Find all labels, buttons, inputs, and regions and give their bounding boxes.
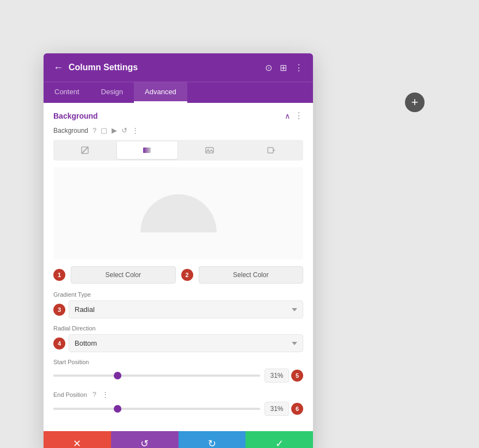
- start-position-row: Start Position 5: [53, 359, 303, 383]
- cursor-icon[interactable]: ▶: [112, 126, 117, 134]
- bg-type-gradient-tab[interactable]: [117, 142, 177, 159]
- svg-marker-6: [273, 149, 275, 151]
- bg-type-tabs: [53, 140, 303, 161]
- color-picker-2-button[interactable]: Select Color: [199, 266, 304, 284]
- help-icon[interactable]: ?: [93, 126, 96, 134]
- header-right: ⊙ ⊞ ⋮: [265, 63, 303, 73]
- header-left: ← Column Settings: [53, 62, 138, 73]
- bg-type-none-tab[interactable]: [55, 142, 115, 159]
- end-position-input[interactable]: [265, 402, 289, 416]
- badge-3: 3: [53, 304, 65, 316]
- badge-6: 6: [291, 403, 303, 415]
- add-section-button[interactable]: +: [405, 93, 425, 112]
- svg-rect-2: [143, 148, 151, 153]
- end-position-slider-container: 6: [53, 402, 303, 416]
- badge-2: 2: [181, 269, 193, 281]
- start-position-fill: [53, 375, 118, 377]
- bg-type-video-tab[interactable]: [242, 142, 302, 159]
- gradient-semicircle: [140, 194, 217, 232]
- end-position-help-icon[interactable]: ?: [93, 390, 96, 398]
- section-title: Background: [53, 112, 98, 120]
- page-wrapper: + ← Column Settings ⊙ ⊞ ⋮ Content Design…: [0, 27, 479, 448]
- end-position-value-wrap: 6: [265, 402, 303, 416]
- redo-button[interactable]: ↻: [179, 431, 246, 448]
- end-position-row: End Position ? ⋮ 6: [53, 390, 303, 416]
- start-position-label-row: Start Position: [53, 359, 303, 365]
- modal-title: Column Settings: [69, 63, 138, 72]
- end-position-label-row: End Position ? ⋮: [53, 390, 303, 398]
- start-position-label: Start Position: [53, 359, 89, 365]
- start-position-input[interactable]: [265, 369, 289, 383]
- end-position-more-icon[interactable]: ⋮: [102, 390, 109, 398]
- end-position-thumb[interactable]: [114, 405, 121, 413]
- start-position-thumb[interactable]: [114, 372, 121, 379]
- gradient-type-row: Gradient Type 3 Linear Radial Conic: [53, 291, 303, 318]
- back-icon[interactable]: ←: [53, 62, 63, 73]
- background-controls-row: Background ? ▢ ▶ ↺ ⋮: [53, 126, 303, 134]
- bg-type-image-tab[interactable]: [180, 142, 240, 159]
- start-position-slider-container: 5: [53, 369, 303, 383]
- bg-more-icon[interactable]: ⋮: [132, 126, 139, 134]
- start-position-track[interactable]: [53, 375, 260, 377]
- end-position-fill: [53, 408, 118, 410]
- start-position-value-wrap: 5: [265, 369, 303, 383]
- copy-icon[interactable]: ▢: [101, 126, 107, 134]
- modal-body: Background ∧ ⋮ Background ? ▢ ▶ ↺ ⋮: [44, 103, 313, 431]
- gradient-type-label: Gradient Type: [53, 291, 303, 298]
- tab-advanced[interactable]: Advanced: [134, 82, 187, 103]
- cancel-button[interactable]: ✕: [44, 431, 111, 448]
- radial-direction-label: Radial Direction: [53, 325, 303, 332]
- redo-icon: ↻: [208, 438, 216, 448]
- section-header: Background ∧ ⋮: [53, 103, 303, 126]
- reset-icon[interactable]: ↺: [121, 126, 127, 134]
- badge-5: 5: [291, 370, 303, 382]
- svg-rect-5: [268, 148, 273, 153]
- badge-4: 4: [53, 337, 65, 349]
- modal-header: ← Column Settings ⊙ ⊞ ⋮: [44, 53, 313, 82]
- background-label: Background: [53, 127, 88, 134]
- section-more-icon[interactable]: ⋮: [294, 111, 303, 121]
- collapse-icon[interactable]: ∧: [285, 112, 290, 120]
- section-header-right: ∧ ⋮: [285, 111, 303, 121]
- end-position-label: End Position: [53, 391, 87, 398]
- undo-button[interactable]: ↺: [111, 431, 179, 448]
- tab-bar: Content Design Advanced: [44, 82, 313, 103]
- background-section: Background ∧ ⋮ Background ? ▢ ▶ ↺ ⋮: [44, 103, 313, 431]
- confirm-icon: ✓: [275, 438, 284, 448]
- modal-footer: ✕ ↺ ↻ ✓: [44, 431, 313, 448]
- color-picker-1-button[interactable]: Select Color: [71, 266, 176, 284]
- radial-direction-select[interactable]: Center Top Bottom Left Right: [69, 334, 303, 352]
- layout-icon[interactable]: ⊞: [280, 63, 287, 73]
- column-settings-modal: ← Column Settings ⊙ ⊞ ⋮ Content Design A…: [44, 53, 313, 448]
- undo-icon: ↺: [140, 438, 149, 448]
- tab-content[interactable]: Content: [44, 82, 90, 103]
- radial-direction-row: Radial Direction 4 Center Top Bottom Lef…: [53, 325, 303, 352]
- color-pickers-row: 1 Select Color 2 Select Color: [53, 266, 303, 284]
- end-position-track[interactable]: [53, 408, 260, 410]
- gradient-type-select[interactable]: Linear Radial Conic: [69, 300, 303, 318]
- gradient-preview: [53, 167, 303, 260]
- tab-design[interactable]: Design: [90, 82, 134, 103]
- cancel-icon: ✕: [73, 438, 81, 448]
- confirm-button[interactable]: ✓: [245, 431, 313, 448]
- badge-1: 1: [53, 269, 65, 281]
- more-icon[interactable]: ⋮: [294, 63, 303, 73]
- svg-line-0: [82, 147, 88, 154]
- focus-icon[interactable]: ⊙: [265, 63, 272, 73]
